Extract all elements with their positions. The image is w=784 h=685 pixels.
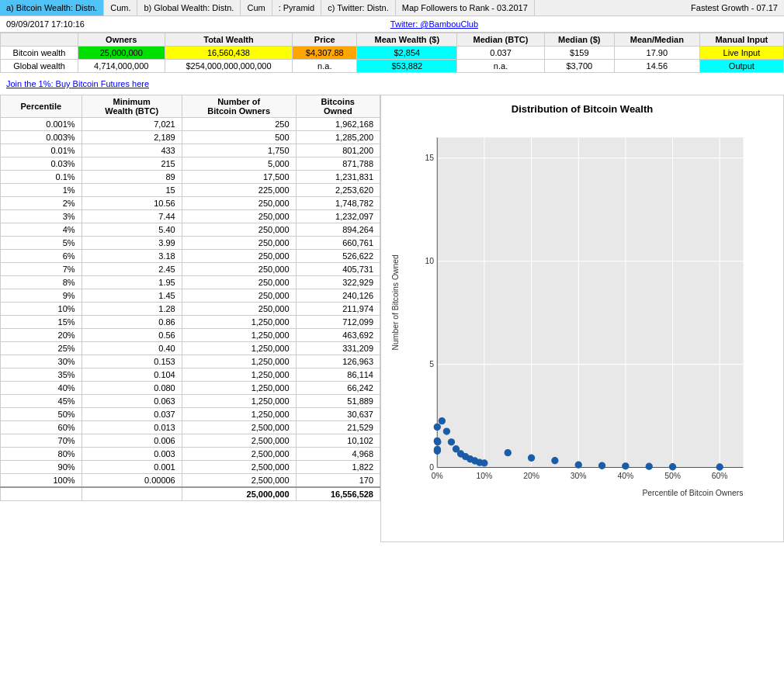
svg-text:10: 10: [425, 257, 435, 265]
svg-text:10%: 10%: [477, 472, 493, 480]
table-cell-17-2: 1,250,000: [182, 342, 296, 355]
table-cell-14-3: 211,974: [296, 303, 380, 316]
table-cell-1-3: 1,285,200: [296, 131, 380, 144]
col-header-num-owners: Number ofBitcoin Owners: [182, 95, 296, 118]
table-cell-10-2: 250,000: [182, 250, 296, 263]
tab-cum-2[interactable]: Cum: [241, 0, 272, 16]
table-cell-5-3: 2,253,620: [296, 184, 380, 197]
table-cell-8-2: 250,000: [182, 223, 296, 237]
stats-price-bitcoin: $4,307.88: [293, 47, 357, 60]
tab-bitcoin-wealth-distn[interactable]: a) Bitcoin Wealth: Distn.: [0, 0, 104, 16]
table-cell-6-2: 250,000: [182, 197, 296, 210]
top-navigation: a) Bitcoin Wealth: Distn. Cum. b) Global…: [0, 0, 784, 16]
svg-text:60%: 60%: [712, 472, 728, 480]
stats-manual-input-bitcoin[interactable]: Live Input: [699, 47, 783, 60]
svg-rect-0: [437, 137, 743, 467]
table-cell-26-2: 2,500,000: [182, 461, 296, 474]
table-cell-5-2: 225,000: [182, 184, 296, 197]
svg-point-31: [435, 439, 441, 445]
data-table: Percentile MinimumWealth (BTC) Number of…: [0, 95, 380, 501]
table-cell-0-0: 0.001%: [1, 118, 82, 131]
svg-text:5: 5: [429, 360, 434, 368]
table-cell-15-1: 0.86: [82, 316, 182, 329]
svg-text:Number of Bitcoins Owned: Number of Bitcoins Owned: [391, 254, 400, 350]
table-cell-13-3: 240,126: [296, 289, 380, 303]
table-cell-21-1: 0.063: [82, 395, 182, 408]
tab-global-wealth-distn[interactable]: b) Global Wealth: Distn.: [137, 0, 241, 16]
table-cell-4-1: 89: [82, 171, 182, 184]
stats-header-owners: Owners: [78, 33, 165, 47]
table-cell-13-1: 1.45: [82, 289, 182, 303]
svg-point-27: [434, 424, 440, 430]
table-cell-10-1: 3.18: [82, 250, 182, 263]
table-row: 1%15225,0002,253,620: [1, 184, 380, 197]
table-cell-21-2: 1,250,000: [182, 395, 296, 408]
table-cell-3-0: 0.03%: [1, 157, 82, 171]
table-cell-18-0: 30%: [1, 355, 82, 368]
stats-total-wealth-bitcoin: 16,560,438: [165, 47, 293, 60]
table-cell-27-3: 170: [296, 474, 380, 488]
table-cell-9-1: 3.99: [82, 237, 182, 250]
table-cell-17-0: 25%: [1, 342, 82, 355]
table-cell-0-1: 7,021: [82, 118, 182, 131]
table-cell-23-2: 2,500,000: [182, 421, 296, 434]
table-row: 5%3.99250,000660,761: [1, 237, 380, 250]
table-cell-9-3: 660,761: [296, 237, 380, 250]
stats-header-price: Price: [293, 33, 357, 47]
stats-row-global: Global wealth 4,714,000,000 $254,000,000…: [1, 60, 784, 73]
stats-label-bitcoin: Bitcoin wealth: [1, 47, 78, 60]
table-cell-11-1: 2.45: [82, 263, 182, 276]
stats-header-label: [1, 33, 78, 47]
table-cell-19-0: 35%: [1, 368, 82, 382]
table-cell-14-2: 250,000: [182, 303, 296, 316]
table-row: 60%0.0132,500,00021,529: [1, 421, 380, 434]
stats-owners-global: 4,714,000,000: [78, 60, 165, 73]
table-cell-9-2: 250,000: [182, 237, 296, 250]
table-cell-26-3: 1,822: [296, 461, 380, 474]
table-cell-1-1: 2,189: [82, 131, 182, 144]
svg-point-48: [646, 463, 652, 469]
table-cell-16-2: 1,250,000: [182, 329, 296, 342]
twitter-link[interactable]: Twitter: @BambouClub: [384, 19, 484, 29]
stats-mean-median-global: 14.56: [614, 60, 699, 73]
table-cell-6-1: 10.56: [82, 197, 182, 210]
table-cell-20-3: 66,242: [296, 382, 380, 395]
table-cell-4-3: 1,231,831: [296, 171, 380, 184]
stats-header-median-usd: Median ($): [544, 33, 614, 47]
table-cell-25-2: 2,500,000: [182, 448, 296, 461]
table-row: 0.01%4331,750801,200: [1, 144, 380, 157]
table-cell-25-1: 0.003: [82, 448, 182, 461]
table-cell-21-3: 51,889: [296, 395, 380, 408]
datetime-display: 09/09/2017 17:10:16: [3, 18, 88, 30]
table-cell-24-2: 2,500,000: [182, 434, 296, 448]
table-cell-19-1: 0.104: [82, 368, 182, 382]
table-cell-11-3: 405,731: [296, 263, 380, 276]
totals-owners: 25,000,000: [182, 487, 296, 501]
table-row: 45%0.0631,250,00051,889: [1, 395, 380, 408]
stats-mean-wealth-bitcoin: $2,854: [357, 47, 457, 60]
stats-median-usd-global: $3,700: [544, 60, 614, 73]
tab-twitter-distn[interactable]: c) Twitter: Distn.: [321, 0, 396, 16]
table-cell-22-2: 1,250,000: [182, 408, 296, 421]
stats-total-wealth-global: $254,000,000,000,000: [165, 60, 293, 73]
table-cell-5-0: 1%: [1, 184, 82, 197]
table-cell-7-3: 1,232,097: [296, 210, 380, 223]
svg-point-34: [448, 439, 454, 445]
table-cell-8-0: 4%: [1, 223, 82, 237]
tab-map-followers[interactable]: Map Followers to Rank - 03.2017: [396, 0, 535, 16]
table-row: 50%0.0371,250,00030,637: [1, 408, 380, 421]
stats-header-manual-input: Manual Input: [699, 33, 783, 47]
join-link[interactable]: Join the 1%: Buy Bitcoin Futures here: [3, 76, 152, 92]
table-row: 3%7.44250,0001,232,097: [1, 210, 380, 223]
tab-pyramid[interactable]: : Pyramid: [272, 0, 321, 16]
chart-title: Distribution of Bitcoin Wealth: [389, 103, 775, 115]
tab-cum-1[interactable]: Cum.: [104, 0, 137, 16]
svg-point-49: [669, 464, 675, 470]
table-row: 100%0.000062,500,000170: [1, 474, 380, 488]
table-cell-20-1: 0.080: [82, 382, 182, 395]
table-cell-22-3: 30,637: [296, 408, 380, 421]
main-area: Percentile MinimumWealth (BTC) Number of…: [0, 95, 784, 542]
stats-price-global: n.a.: [293, 60, 357, 73]
table-cell-8-1: 5.40: [82, 223, 182, 237]
stats-median-btc-global: n.a.: [457, 60, 544, 73]
